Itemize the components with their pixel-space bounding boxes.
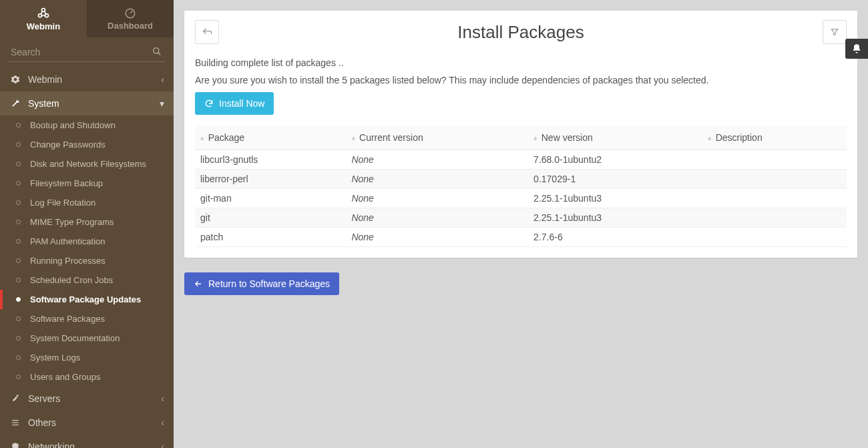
system-submenu: Bootup and ShutdownChange PasswordsDisk … [0, 116, 174, 387]
sidebar-item-label: Others [28, 417, 161, 428]
sidebar-subitem[interactable]: Software Packages [0, 309, 174, 328]
sidebar-item-others[interactable]: Others ‹ [0, 411, 174, 435]
sidebar-subitem-label: System Documentation [30, 333, 120, 343]
shield-icon [9, 442, 21, 448]
sort-icon: ♦ [351, 134, 355, 142]
sort-icon: ♦ [200, 134, 204, 142]
sidebar-search [0, 37, 174, 67]
sidebar-item-servers[interactable]: Servers ‹ [0, 387, 174, 411]
install-packages-panel: Install Packages Building complete list … [184, 11, 857, 258]
bell-icon [851, 43, 862, 54]
webmin-logo-icon [37, 7, 50, 20]
return-button[interactable]: Return to Software Packages [184, 272, 339, 295]
table-cell: 2.25.1-1ubuntu3 [528, 189, 702, 208]
sidebar-subitem[interactable]: System Logs [0, 348, 174, 367]
tab-dashboard-label: Dashboard [107, 21, 153, 31]
main-content: Install Packages Building complete list … [174, 0, 868, 448]
return-row: Return to Software Packages [184, 272, 857, 295]
building-message: Building complete list of packages .. [195, 57, 847, 68]
table-cell: libcurl3-gnutls [195, 150, 346, 170]
sidebar-subitem-label: Filesystem Backup [30, 178, 103, 188]
install-now-button[interactable]: Install Now [195, 92, 274, 115]
table-row: liberror-perlNone0.17029-1 [195, 170, 847, 189]
sidebar-subitem-label: PAM Authentication [30, 236, 105, 246]
refresh-icon [204, 99, 214, 108]
gear-icon [9, 75, 21, 84]
table-cell [702, 170, 847, 189]
sidebar-subitem[interactable]: Bootup and Shutdown [0, 116, 174, 135]
table-cell: 2.7.6-6 [528, 228, 702, 247]
table-cell [702, 150, 847, 170]
sidebar-item-system[interactable]: System ▾ [0, 91, 174, 116]
sidebar-subitem[interactable]: Filesystem Backup [0, 174, 174, 193]
tab-dashboard[interactable]: Dashboard [87, 0, 174, 37]
sidebar-item-label: Networking [28, 441, 161, 448]
table-cell: liberror-perl [195, 170, 346, 189]
dashboard-icon [124, 7, 136, 19]
table-cell [702, 228, 847, 247]
table-cell: 2.25.1-1ubuntu3 [528, 208, 702, 228]
back-button[interactable] [195, 20, 219, 44]
sidebar-subitem-label: Users and Groups [30, 372, 101, 382]
page-title: Install Packages [219, 22, 823, 43]
panel-body: Building complete list of packages .. Ar… [184, 47, 857, 247]
sidebar-nav: Webmin ‹ System ▾ Bootup and ShutdownCha… [0, 67, 174, 448]
list-icon [9, 418, 21, 427]
col-package[interactable]: ♦Package [195, 126, 346, 150]
sidebar-item-webmin[interactable]: Webmin ‹ [0, 67, 174, 91]
table-row: git-manNone2.25.1-1ubuntu3 [195, 189, 847, 208]
sidebar-subitem-label: System Logs [30, 353, 80, 363]
packages-table: ♦Package ♦Current version ♦New version ♦… [195, 126, 847, 247]
sidebar-subitem-label: Disk and Network Filesystems [30, 159, 146, 169]
active-indicator [0, 290, 3, 309]
col-new[interactable]: ♦New version [528, 126, 702, 150]
notifications-tab[interactable] [845, 39, 868, 59]
table-cell: None [346, 170, 528, 189]
sort-icon: ♦ [533, 134, 537, 142]
sidebar-subitem[interactable]: Users and Groups [0, 367, 174, 387]
sidebar-subitem[interactable]: MIME Type Programs [0, 212, 174, 232]
search-input[interactable] [8, 43, 166, 62]
table-cell [702, 208, 847, 228]
tab-webmin[interactable]: Webmin [0, 0, 87, 37]
sidebar-subitem-label: Change Passwords [30, 140, 105, 150]
sidebar-subitem[interactable]: PAM Authentication [0, 232, 174, 251]
return-label: Return to Software Packages [208, 278, 330, 289]
chevron-left-icon: ‹ [161, 74, 164, 85]
col-desc[interactable]: ♦Description [702, 126, 847, 150]
table-row: gitNone2.25.1-1ubuntu3 [195, 208, 847, 228]
sidebar-item-label: Webmin [28, 74, 161, 85]
search-icon[interactable] [152, 47, 162, 58]
svg-line-5 [158, 53, 161, 55]
panel-header: Install Packages [184, 11, 857, 47]
sidebar-subitem-label: Running Processes [30, 256, 105, 266]
sidebar-item-label: System [28, 98, 160, 109]
col-current[interactable]: ♦Current version [346, 126, 528, 150]
sidebar-subitem[interactable]: Running Processes [0, 251, 174, 270]
install-now-label: Install Now [219, 98, 264, 109]
chevron-down-icon: ▾ [160, 98, 164, 109]
table-cell: git [195, 208, 346, 228]
chevron-left-icon: ‹ [161, 417, 164, 428]
sidebar-tabs: Webmin Dashboard [0, 0, 174, 37]
table-row: patchNone2.7.6-6 [195, 228, 847, 247]
sidebar-subitem[interactable]: Change Passwords [0, 135, 174, 154]
sidebar-item-networking[interactable]: Networking ‹ [0, 435, 174, 448]
sidebar-subitem[interactable]: Scheduled Cron Jobs [0, 270, 174, 290]
sort-icon: ♦ [708, 134, 712, 142]
confirm-message: Are you sure you wish to install the 5 p… [195, 75, 847, 85]
table-cell: 0.17029-1 [528, 170, 702, 189]
sidebar-subitem[interactable]: System Documentation [0, 328, 174, 348]
table-row: libcurl3-gnutlsNone7.68.0-1ubuntu2 [195, 150, 847, 170]
sidebar-subitem[interactable]: Disk and Network Filesystems [0, 154, 174, 174]
filter-button[interactable] [823, 20, 847, 44]
arrow-left-icon [194, 279, 203, 288]
sidebar-subitem[interactable]: Log File Rotation [0, 193, 174, 212]
table-cell: 7.68.0-1ubuntu2 [528, 150, 702, 170]
sidebar-subitem-label: Log File Rotation [30, 198, 95, 208]
svg-point-2 [45, 13, 49, 17]
sidebar-subitem[interactable]: Software Package Updates [0, 290, 174, 309]
table-cell: None [346, 189, 528, 208]
sidebar-subitem-label: Bootup and Shutdown [30, 120, 116, 130]
table-cell: patch [195, 228, 346, 247]
